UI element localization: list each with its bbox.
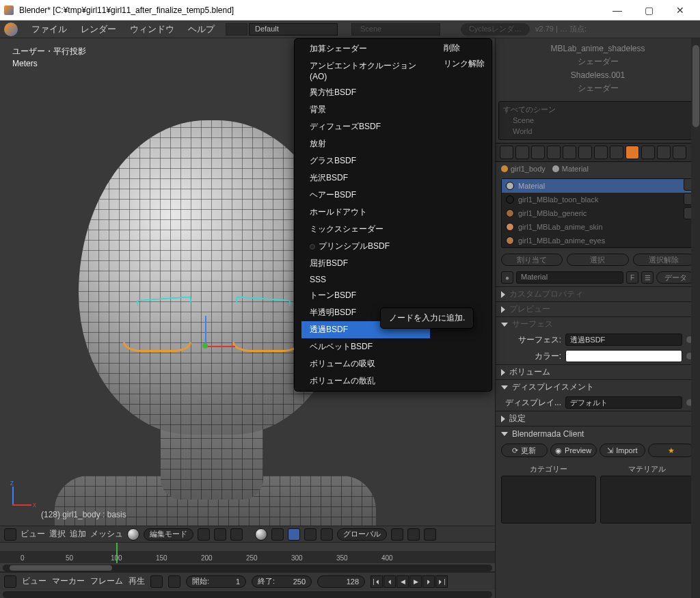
assign-button[interactable]: 割り当て — [501, 254, 563, 266]
tab-texture-icon[interactable] — [641, 146, 655, 159]
tab-data-icon[interactable] — [610, 146, 623, 159]
keyframe-next-button[interactable]: ⏵ — [422, 575, 435, 588]
preview-button[interactable]: ◉Preview — [550, 444, 597, 457]
tab-object-icon[interactable] — [563, 146, 576, 159]
material-name-field[interactable]: Material — [516, 271, 623, 284]
material-slot[interactable]: girl1_MBlab_generic — [502, 206, 694, 220]
panel-preview[interactable]: プレビュー — [496, 301, 700, 316]
menu-window[interactable]: ウィンドウ — [123, 22, 181, 37]
proportional-edit-icon[interactable] — [424, 528, 436, 541]
vt-view[interactable]: ビュー — [21, 528, 45, 540]
panel-custom-props[interactable]: カスタムプロパティ — [496, 286, 700, 301]
minimize-button[interactable]: — — [602, 0, 633, 21]
panel-settings[interactable]: 設定 — [496, 411, 700, 426]
shader-menu-item[interactable]: 異方性BSDF — [301, 84, 430, 101]
panel-displacement[interactable]: ディスプレイスメント — [496, 379, 700, 394]
snap-icon[interactable] — [407, 528, 420, 541]
shader-menu-item[interactable]: ボリュームの吸収 — [301, 355, 430, 372]
shading-icon[interactable] — [255, 528, 267, 541]
displacement-dropdown[interactable]: デフォルト — [565, 396, 682, 409]
shader-menu-item[interactable]: ボリュームの散乱 — [301, 372, 430, 390]
timeline-editor-icon[interactable] — [4, 575, 16, 588]
tab-particles-icon[interactable] — [657, 146, 671, 159]
play-button[interactable]: ▶ — [409, 575, 422, 588]
mode-selector[interactable]: 編集モード — [144, 528, 193, 541]
layout-split-button[interactable] — [226, 23, 247, 36]
shader-menu-item[interactable]: グラスBSDF — [301, 152, 430, 169]
start-frame-field[interactable]: 開始:1 — [186, 575, 246, 588]
shader-menu-item[interactable]: トーンBSDF — [301, 287, 430, 304]
material-slot[interactable]: girl1_MBLab_anime_skin — [502, 220, 694, 234]
blender-icon[interactable] — [4, 23, 18, 36]
shader-menu-item[interactable]: 屈折BSDF — [301, 255, 430, 272]
material-slot-list[interactable]: Materialgirl1_MBlab_toon_blackgirl1_MBla… — [501, 178, 695, 248]
autokey-icon[interactable] — [168, 575, 180, 588]
material-browse-icon[interactable]: ● — [501, 271, 513, 284]
tab-scene-icon[interactable] — [531, 146, 545, 159]
render-engine-selector[interactable]: Cyclesレンダ… — [461, 23, 530, 36]
surface-type-dropdown[interactable]: 透過BSDF — [565, 334, 682, 346]
fake-user-button[interactable]: F — [626, 271, 638, 284]
shader-menu-item[interactable]: ベルベットBSDF — [301, 338, 430, 355]
sync-icon[interactable] — [150, 575, 163, 588]
end-frame-field[interactable]: 終了:250 — [252, 575, 312, 588]
current-frame-field[interactable]: 128 — [317, 575, 365, 588]
vt-add[interactable]: 追加 — [70, 528, 86, 540]
editor-type-icon[interactable] — [4, 528, 16, 541]
shader-menu-item[interactable]: 背景 — [301, 101, 430, 118]
menu-remove[interactable]: 削除 — [430, 40, 485, 56]
play-reverse-button[interactable]: ◀ — [396, 575, 409, 588]
shader-menu-item[interactable]: 加算シェーダー — [301, 40, 430, 57]
tab-world-icon[interactable] — [547, 146, 561, 159]
tab-constraints-icon[interactable] — [578, 146, 592, 159]
panel-volume[interactable]: ボリューム — [496, 364, 700, 379]
pivot-icon[interactable] — [271, 528, 284, 541]
layout-selector[interactable]: Default — [249, 23, 338, 36]
shader-menu-item[interactable]: SSS — [301, 272, 430, 287]
close-button[interactable]: ✕ — [664, 0, 696, 21]
shader-menu-item[interactable]: ミックスシェーダー — [301, 221, 430, 238]
jump-end-button[interactable]: ⏵| — [435, 575, 448, 588]
vt-mesh[interactable]: メッシュ — [90, 528, 123, 540]
manipulator-translate-icon[interactable] — [288, 528, 300, 541]
category-list[interactable] — [501, 476, 596, 524]
menu-unlink[interactable]: リンク解除 — [430, 56, 485, 72]
outliner[interactable]: すべてのシーン Scene World — [498, 101, 697, 140]
tab-physics-icon[interactable] — [673, 146, 686, 159]
panel-surface[interactable]: サーフェス — [496, 316, 700, 331]
shader-menu-item[interactable]: 放射 — [301, 135, 430, 152]
material-list-box[interactable] — [600, 476, 695, 524]
menu-help[interactable]: ヘルプ — [181, 22, 221, 37]
shader-menu-item[interactable]: プリンシプルBSDF — [301, 238, 430, 255]
tab-material-icon[interactable] — [625, 146, 639, 159]
mode-icon[interactable] — [127, 528, 139, 541]
shader-menu-item[interactable]: ホールドアウト — [301, 204, 430, 221]
timeline[interactable]: 050100150200250300350400 — [0, 542, 495, 572]
jump-start-button[interactable]: |⏴ — [371, 575, 383, 588]
tt-frame[interactable]: フレーム — [90, 575, 123, 587]
scene-selector[interactable]: Scene — [351, 23, 440, 36]
material-slot[interactable]: Material — [502, 179, 694, 193]
keyframe-prev-button[interactable]: ⏴ — [383, 575, 396, 588]
mesh-select-face-icon[interactable] — [230, 528, 243, 541]
tab-render-icon[interactable] — [500, 146, 513, 159]
shader-menu-item[interactable]: ディフューズBSDF — [301, 118, 430, 135]
shader-menu-item[interactable]: ヘアーBSDF — [301, 187, 430, 204]
mesh-select-edge-icon[interactable] — [214, 528, 226, 541]
mesh-select-vert-icon[interactable] — [198, 528, 210, 541]
timeline-scrollbar[interactable] — [3, 565, 492, 571]
refresh-button[interactable]: ⟳更新 — [501, 444, 548, 457]
viewport-bottom-scrollbar[interactable] — [3, 591, 492, 598]
manipulator-rotate-icon[interactable] — [304, 528, 317, 541]
timeline-scroll-thumb[interactable] — [10, 565, 112, 571]
material-slot[interactable]: girl1_MBLab_anime_eyes — [502, 234, 694, 247]
shader-menu-item[interactable]: 光沢BSDF — [301, 169, 430, 187]
layers-icon[interactable] — [391, 528, 403, 541]
properties-scroll-thumb[interactable] — [692, 45, 699, 127]
manipulator-scale-icon[interactable] — [321, 528, 333, 541]
tab-modifiers-icon[interactable] — [594, 146, 608, 159]
material-slot[interactable]: girl1_MBlab_toon_black — [502, 193, 694, 206]
maximize-button[interactable]: ▢ — [633, 0, 664, 21]
tt-play[interactable]: 再生 — [129, 575, 145, 587]
properties-scrollbar[interactable] — [691, 38, 700, 598]
